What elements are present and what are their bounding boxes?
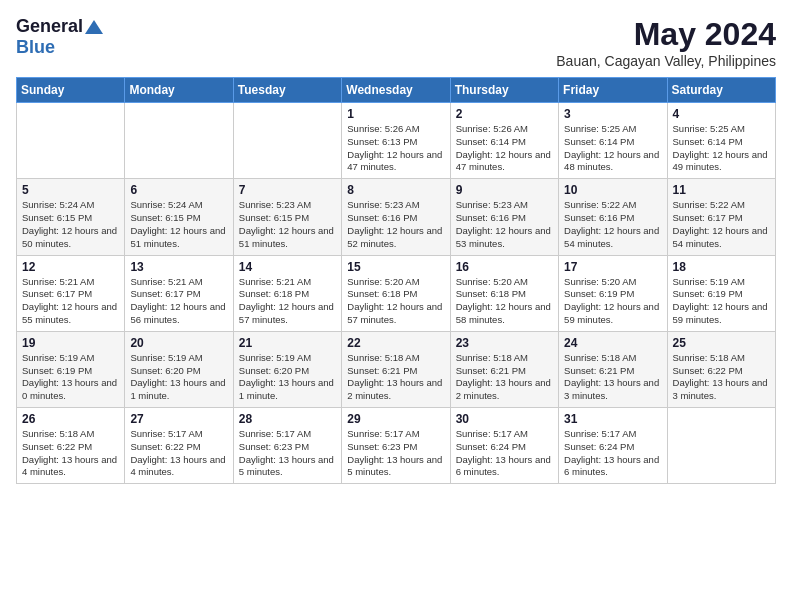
- calendar-cell: [233, 103, 341, 179]
- day-info: Sunrise: 5:22 AM Sunset: 6:16 PM Dayligh…: [564, 199, 661, 250]
- title-section: May 2024 Bauan, Cagayan Valley, Philippi…: [556, 16, 776, 69]
- day-info: Sunrise: 5:20 AM Sunset: 6:18 PM Dayligh…: [347, 276, 444, 327]
- calendar-cell: 5Sunrise: 5:24 AM Sunset: 6:15 PM Daylig…: [17, 179, 125, 255]
- day-info: Sunrise: 5:24 AM Sunset: 6:15 PM Dayligh…: [22, 199, 119, 250]
- calendar-cell: 29Sunrise: 5:17 AM Sunset: 6:23 PM Dayli…: [342, 408, 450, 484]
- day-info: Sunrise: 5:22 AM Sunset: 6:17 PM Dayligh…: [673, 199, 770, 250]
- day-number: 30: [456, 412, 553, 426]
- day-info: Sunrise: 5:18 AM Sunset: 6:21 PM Dayligh…: [347, 352, 444, 403]
- day-info: Sunrise: 5:21 AM Sunset: 6:17 PM Dayligh…: [130, 276, 227, 327]
- calendar-cell: 24Sunrise: 5:18 AM Sunset: 6:21 PM Dayli…: [559, 331, 667, 407]
- day-info: Sunrise: 5:26 AM Sunset: 6:14 PM Dayligh…: [456, 123, 553, 174]
- calendar-cell: 19Sunrise: 5:19 AM Sunset: 6:19 PM Dayli…: [17, 331, 125, 407]
- calendar-cell: 30Sunrise: 5:17 AM Sunset: 6:24 PM Dayli…: [450, 408, 558, 484]
- day-info: Sunrise: 5:25 AM Sunset: 6:14 PM Dayligh…: [564, 123, 661, 174]
- day-info: Sunrise: 5:18 AM Sunset: 6:21 PM Dayligh…: [564, 352, 661, 403]
- day-info: Sunrise: 5:17 AM Sunset: 6:24 PM Dayligh…: [564, 428, 661, 479]
- calendar-cell: 21Sunrise: 5:19 AM Sunset: 6:20 PM Dayli…: [233, 331, 341, 407]
- day-info: Sunrise: 5:19 AM Sunset: 6:19 PM Dayligh…: [22, 352, 119, 403]
- calendar-cell: [125, 103, 233, 179]
- calendar-cell: 11Sunrise: 5:22 AM Sunset: 6:17 PM Dayli…: [667, 179, 775, 255]
- day-number: 20: [130, 336, 227, 350]
- calendar-cell: 16Sunrise: 5:20 AM Sunset: 6:18 PM Dayli…: [450, 255, 558, 331]
- calendar-header-thursday: Thursday: [450, 78, 558, 103]
- day-info: Sunrise: 5:19 AM Sunset: 6:20 PM Dayligh…: [130, 352, 227, 403]
- day-number: 1: [347, 107, 444, 121]
- day-number: 12: [22, 260, 119, 274]
- calendar-cell: 28Sunrise: 5:17 AM Sunset: 6:23 PM Dayli…: [233, 408, 341, 484]
- day-number: 29: [347, 412, 444, 426]
- calendar-week-row: 26Sunrise: 5:18 AM Sunset: 6:22 PM Dayli…: [17, 408, 776, 484]
- logo-icon: [85, 20, 103, 34]
- day-info: Sunrise: 5:18 AM Sunset: 6:22 PM Dayligh…: [22, 428, 119, 479]
- calendar-week-row: 1Sunrise: 5:26 AM Sunset: 6:13 PM Daylig…: [17, 103, 776, 179]
- day-info: Sunrise: 5:23 AM Sunset: 6:15 PM Dayligh…: [239, 199, 336, 250]
- day-number: 18: [673, 260, 770, 274]
- calendar-cell: 1Sunrise: 5:26 AM Sunset: 6:13 PM Daylig…: [342, 103, 450, 179]
- day-info: Sunrise: 5:17 AM Sunset: 6:22 PM Dayligh…: [130, 428, 227, 479]
- day-number: 11: [673, 183, 770, 197]
- day-number: 2: [456, 107, 553, 121]
- calendar-cell: 23Sunrise: 5:18 AM Sunset: 6:21 PM Dayli…: [450, 331, 558, 407]
- calendar-cell: 15Sunrise: 5:20 AM Sunset: 6:18 PM Dayli…: [342, 255, 450, 331]
- day-info: Sunrise: 5:20 AM Sunset: 6:18 PM Dayligh…: [456, 276, 553, 327]
- calendar-header-wednesday: Wednesday: [342, 78, 450, 103]
- day-number: 19: [22, 336, 119, 350]
- day-info: Sunrise: 5:25 AM Sunset: 6:14 PM Dayligh…: [673, 123, 770, 174]
- day-number: 23: [456, 336, 553, 350]
- day-info: Sunrise: 5:21 AM Sunset: 6:18 PM Dayligh…: [239, 276, 336, 327]
- month-year-title: May 2024: [556, 16, 776, 53]
- logo-blue: Blue: [16, 37, 55, 58]
- day-info: Sunrise: 5:19 AM Sunset: 6:19 PM Dayligh…: [673, 276, 770, 327]
- calendar-cell: 31Sunrise: 5:17 AM Sunset: 6:24 PM Dayli…: [559, 408, 667, 484]
- day-number: 6: [130, 183, 227, 197]
- calendar-cell: 6Sunrise: 5:24 AM Sunset: 6:15 PM Daylig…: [125, 179, 233, 255]
- day-info: Sunrise: 5:17 AM Sunset: 6:23 PM Dayligh…: [239, 428, 336, 479]
- day-number: 26: [22, 412, 119, 426]
- calendar-header-sunday: Sunday: [17, 78, 125, 103]
- calendar-cell: [667, 408, 775, 484]
- day-number: 4: [673, 107, 770, 121]
- day-number: 16: [456, 260, 553, 274]
- calendar-cell: 14Sunrise: 5:21 AM Sunset: 6:18 PM Dayli…: [233, 255, 341, 331]
- calendar-header-monday: Monday: [125, 78, 233, 103]
- calendar-week-row: 5Sunrise: 5:24 AM Sunset: 6:15 PM Daylig…: [17, 179, 776, 255]
- calendar-cell: 20Sunrise: 5:19 AM Sunset: 6:20 PM Dayli…: [125, 331, 233, 407]
- day-info: Sunrise: 5:17 AM Sunset: 6:24 PM Dayligh…: [456, 428, 553, 479]
- calendar-cell: 17Sunrise: 5:20 AM Sunset: 6:19 PM Dayli…: [559, 255, 667, 331]
- calendar-cell: 8Sunrise: 5:23 AM Sunset: 6:16 PM Daylig…: [342, 179, 450, 255]
- calendar-week-row: 12Sunrise: 5:21 AM Sunset: 6:17 PM Dayli…: [17, 255, 776, 331]
- day-info: Sunrise: 5:19 AM Sunset: 6:20 PM Dayligh…: [239, 352, 336, 403]
- location-subtitle: Bauan, Cagayan Valley, Philippines: [556, 53, 776, 69]
- logo-general: General: [16, 16, 83, 37]
- day-info: Sunrise: 5:23 AM Sunset: 6:16 PM Dayligh…: [456, 199, 553, 250]
- day-number: 28: [239, 412, 336, 426]
- calendar-cell: 3Sunrise: 5:25 AM Sunset: 6:14 PM Daylig…: [559, 103, 667, 179]
- calendar-week-row: 19Sunrise: 5:19 AM Sunset: 6:19 PM Dayli…: [17, 331, 776, 407]
- calendar-header-row: SundayMondayTuesdayWednesdayThursdayFrid…: [17, 78, 776, 103]
- day-number: 7: [239, 183, 336, 197]
- day-number: 5: [22, 183, 119, 197]
- page-header: General Blue May 2024 Bauan, Cagayan Val…: [16, 16, 776, 69]
- calendar-cell: [17, 103, 125, 179]
- day-info: Sunrise: 5:17 AM Sunset: 6:23 PM Dayligh…: [347, 428, 444, 479]
- calendar-cell: 2Sunrise: 5:26 AM Sunset: 6:14 PM Daylig…: [450, 103, 558, 179]
- calendar-table: SundayMondayTuesdayWednesdayThursdayFrid…: [16, 77, 776, 484]
- calendar-cell: 13Sunrise: 5:21 AM Sunset: 6:17 PM Dayli…: [125, 255, 233, 331]
- day-info: Sunrise: 5:18 AM Sunset: 6:22 PM Dayligh…: [673, 352, 770, 403]
- day-number: 8: [347, 183, 444, 197]
- calendar-cell: 25Sunrise: 5:18 AM Sunset: 6:22 PM Dayli…: [667, 331, 775, 407]
- day-number: 13: [130, 260, 227, 274]
- day-info: Sunrise: 5:18 AM Sunset: 6:21 PM Dayligh…: [456, 352, 553, 403]
- day-info: Sunrise: 5:23 AM Sunset: 6:16 PM Dayligh…: [347, 199, 444, 250]
- day-number: 3: [564, 107, 661, 121]
- day-info: Sunrise: 5:26 AM Sunset: 6:13 PM Dayligh…: [347, 123, 444, 174]
- calendar-header-saturday: Saturday: [667, 78, 775, 103]
- calendar-cell: 9Sunrise: 5:23 AM Sunset: 6:16 PM Daylig…: [450, 179, 558, 255]
- day-number: 9: [456, 183, 553, 197]
- day-number: 25: [673, 336, 770, 350]
- calendar-cell: 22Sunrise: 5:18 AM Sunset: 6:21 PM Dayli…: [342, 331, 450, 407]
- day-number: 17: [564, 260, 661, 274]
- day-number: 10: [564, 183, 661, 197]
- day-info: Sunrise: 5:24 AM Sunset: 6:15 PM Dayligh…: [130, 199, 227, 250]
